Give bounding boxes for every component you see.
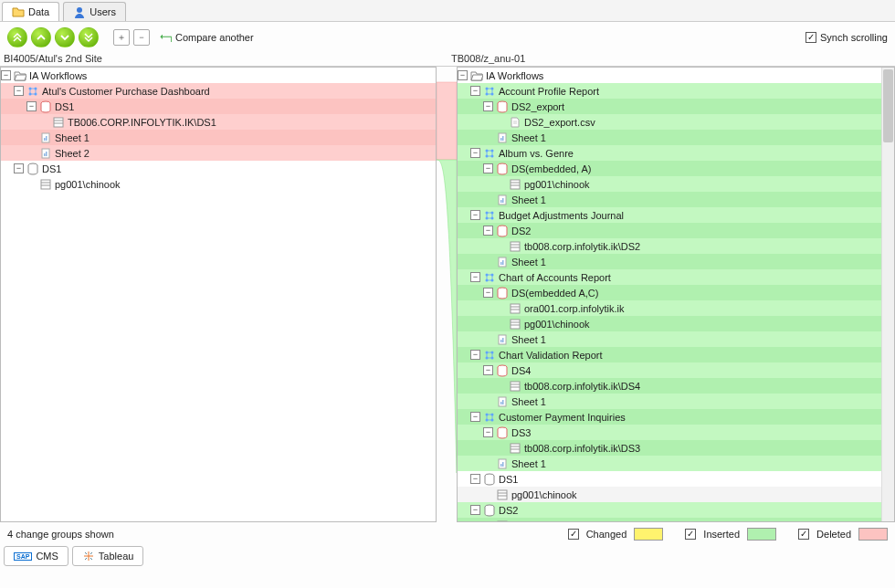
toggle-icon[interactable]: − (470, 505, 480, 515)
expand-all[interactable]: ＋ (113, 29, 130, 46)
scrollbar[interactable] (881, 68, 894, 521)
tree-row[interactable]: −DS2 (458, 223, 881, 238)
collapse-all[interactable]: － (133, 29, 150, 46)
toggle-icon[interactable]: − (483, 427, 493, 437)
tree-row[interactable]: pg001\chinook (458, 487, 881, 502)
toggle-icon[interactable]: − (470, 272, 480, 282)
right-tree[interactable]: −IA Workflows−Account Profile Report−DS2… (458, 68, 881, 521)
toggle-icon[interactable]: − (1, 70, 11, 80)
tree-row[interactable]: −Chart Validation Report (458, 347, 881, 362)
tree-item-label: pg001\chinook (55, 179, 432, 190)
tree-row[interactable]: Sheet 1 (458, 130, 881, 145)
tree-row[interactable]: −IA Workflows (1, 68, 436, 83)
toggle-icon[interactable]: − (470, 210, 480, 220)
tree-row[interactable]: Sheet 1 (458, 192, 881, 207)
tree-row[interactable]: −DS(embedded A,C) (458, 285, 881, 300)
tree-row[interactable]: Sheet 1 (458, 254, 881, 269)
sheet-icon (496, 457, 509, 470)
toggle-icon[interactable]: − (470, 412, 480, 422)
tree-row[interactable]: −Chart of Accounts Report (458, 269, 881, 285)
tree-item-label: DS2 (511, 226, 878, 236)
tree-row[interactable]: ora001.corp.infolytik.ik (458, 518, 881, 521)
tab-data[interactable]: Data (2, 2, 59, 21)
svg-rect-10 (44, 138, 46, 141)
toggle-icon[interactable]: − (483, 101, 493, 111)
legend-item[interactable]: Deleted (798, 528, 888, 541)
tree-row[interactable]: pg001\chinook (458, 316, 881, 331)
synch-scrolling[interactable]: Synch scrolling (806, 32, 888, 43)
tree-item-label: ora001.corp.infolytik.ik (524, 303, 878, 314)
tree-item-label: Atul's Customer Purchase Dashboard (42, 86, 432, 97)
tree-row[interactable]: −DS2_export (458, 99, 881, 114)
toggle-icon[interactable]: − (483, 226, 493, 236)
legend-item[interactable]: Changed (568, 528, 664, 541)
nav-down[interactable] (55, 27, 75, 47)
tree-row[interactable]: −Atul's Customer Purchase Dashboard (1, 83, 436, 99)
nav-up-double[interactable] (7, 27, 27, 47)
tree-row[interactable]: Sheet 1 (1, 130, 436, 145)
tree-row[interactable]: −Account Profile Report (458, 83, 881, 99)
tree-row[interactable]: −DS(embedded, A) (458, 161, 881, 176)
tree-row[interactable]: Sheet 1 (458, 394, 881, 409)
legend-item[interactable]: Inserted (685, 528, 776, 541)
checkbox-icon (798, 529, 809, 540)
tree-row[interactable]: ora001.corp.infolytik.ik (458, 300, 881, 316)
tree-row[interactable]: tb008.corp.infolytik.ik\DS3 (458, 440, 881, 456)
tree-row[interactable]: −DS2 (458, 502, 881, 518)
compare-another[interactable]: ⮢ Compare another (159, 30, 254, 45)
tree-row[interactable]: tb008.corp.infolytik.ik\DS4 (458, 378, 881, 394)
toggle-icon[interactable]: − (470, 474, 480, 484)
tree-row[interactable]: −DS1 (1, 161, 436, 176)
nav-down-double[interactable] (79, 27, 99, 47)
tree-row[interactable]: −Customer Payment Inquiries (458, 409, 881, 425)
tree-item-label: IA Workflows (486, 70, 878, 81)
checkbox-icon (806, 32, 816, 43)
toggle-icon[interactable]: − (483, 365, 493, 375)
tree-row[interactable]: DS2_export.csv (458, 114, 881, 130)
tree-row[interactable]: −Album vs. Genre (458, 145, 881, 161)
toggle-icon[interactable]: − (14, 163, 24, 173)
tab-cms[interactable]: SAP CMS (4, 546, 68, 566)
tree-item-label: Chart of Accounts Report (499, 272, 878, 283)
tree-row[interactable]: −DS3 (458, 425, 881, 440)
ds-icon (496, 287, 509, 299)
toggle-icon[interactable]: − (483, 288, 493, 298)
tree-row[interactable]: −DS1 (458, 471, 881, 487)
left-tree[interactable]: −IA Workflows−Atul's Customer Purchase D… (1, 68, 436, 521)
workflow-icon (483, 209, 496, 222)
user-icon (73, 5, 86, 18)
tab-users[interactable]: Users (63, 2, 126, 21)
status-text: 4 change groups shown (7, 529, 114, 540)
toggle-icon[interactable]: − (483, 163, 493, 173)
toggle-icon[interactable]: − (470, 148, 480, 158)
tree-row[interactable]: −IA Workflows (458, 68, 881, 83)
toggle-icon[interactable]: − (470, 350, 480, 360)
svg-rect-86 (502, 462, 504, 467)
scrollbar-thumb[interactable] (883, 69, 893, 142)
tree-row[interactable]: Sheet 1 (458, 456, 881, 471)
toggle-icon[interactable]: − (14, 86, 24, 96)
db-icon (509, 240, 521, 253)
tree-row[interactable]: pg001\chinook (458, 176, 881, 192)
toggle-icon[interactable]: − (458, 70, 468, 80)
tree-row[interactable]: pg001\chinook (1, 176, 436, 192)
toggle-icon[interactable]: − (470, 86, 480, 96)
tree-item-label: Album vs. Genre (499, 148, 878, 159)
tree-row[interactable]: −Budget Adjustments Journal (458, 207, 881, 223)
tree-item-label: ora001.corp.infolytik.ik (511, 520, 878, 522)
tree-row[interactable]: Sheet 2 (1, 145, 436, 161)
tree-row[interactable]: Sheet 1 (458, 331, 881, 347)
tab-tableau[interactable]: Tableau (72, 546, 144, 566)
tree-row[interactable]: −DS1 (1, 99, 436, 114)
nav-up[interactable] (31, 27, 51, 47)
tree-item-label: Sheet 1 (511, 194, 878, 205)
svg-rect-6 (54, 118, 63, 127)
right-site-label: TB008/z_anu-01 (451, 53, 891, 64)
sheet-icon (496, 256, 509, 268)
tree-row[interactable]: −DS4 (458, 362, 881, 378)
tree-row[interactable]: tb008.corp.infolytik.ik\DS2 (458, 238, 881, 254)
legend-label: Changed (586, 529, 627, 540)
tree-item-label: DS1 (55, 101, 432, 112)
tree-row[interactable]: TB006.CORP.INFOLYTIK.IK\DS1 (1, 114, 436, 130)
toggle-icon[interactable]: − (26, 101, 37, 111)
